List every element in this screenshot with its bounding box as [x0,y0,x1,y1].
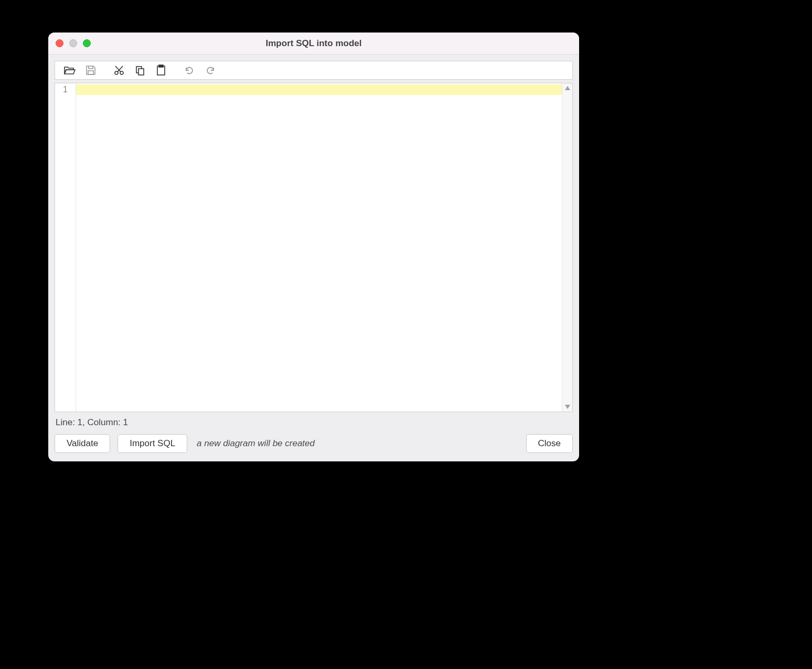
zoom-window-icon[interactable] [83,39,91,47]
svg-rect-4 [138,69,144,75]
paste-button[interactable] [151,61,172,79]
open-icon [64,66,76,75]
status-column-value: 1 [123,417,128,427]
current-line-highlight [76,84,562,95]
undo-button[interactable] [179,61,200,79]
sql-editor[interactable]: 1 [55,83,573,412]
vertical-scrollbar[interactable] [562,83,572,412]
validate-button[interactable]: Validate [55,434,110,453]
close-window-icon[interactable] [56,39,63,47]
status-column-label: Column: [88,417,121,427]
copy-icon [135,65,145,75]
svg-rect-6 [159,65,163,67]
status-line-value: 1 [78,417,82,427]
dialog-footer: Validate Import SQL a new diagram will b… [55,434,573,453]
minimize-window-icon [69,39,77,47]
import-sql-button[interactable]: Import SQL [117,434,187,453]
line-number-gutter: 1 [55,83,76,412]
scroll-down-arrow-icon[interactable] [562,402,572,412]
window-controls [56,33,91,54]
code-area[interactable] [76,83,562,412]
copy-button[interactable] [130,61,151,79]
status-line-label: Line: [56,417,75,427]
save-file-button[interactable] [80,61,101,79]
cut-button[interactable] [109,61,130,79]
line-number: 1 [55,84,76,95]
open-file-button[interactable] [59,61,80,79]
paste-icon [156,64,166,76]
import-sql-dialog: Import SQL into model [48,33,579,461]
close-button[interactable]: Close [526,434,573,453]
dialog-content: 1 Line: 1, Column: 1 Validate Import SQ [48,55,579,461]
window-title: Import SQL into model [48,38,579,49]
redo-icon [205,65,216,75]
undo-icon [184,65,195,75]
redo-button[interactable] [200,61,221,79]
save-icon [86,65,96,75]
scroll-up-arrow-icon[interactable] [562,83,572,93]
cursor-position-status: Line: 1, Column: 1 [55,415,573,431]
svg-rect-0 [88,71,93,74]
cut-icon [114,65,124,75]
editor-toolbar [55,61,573,80]
titlebar: Import SQL into model [48,33,579,55]
footer-hint: a new diagram will be created [197,438,315,449]
